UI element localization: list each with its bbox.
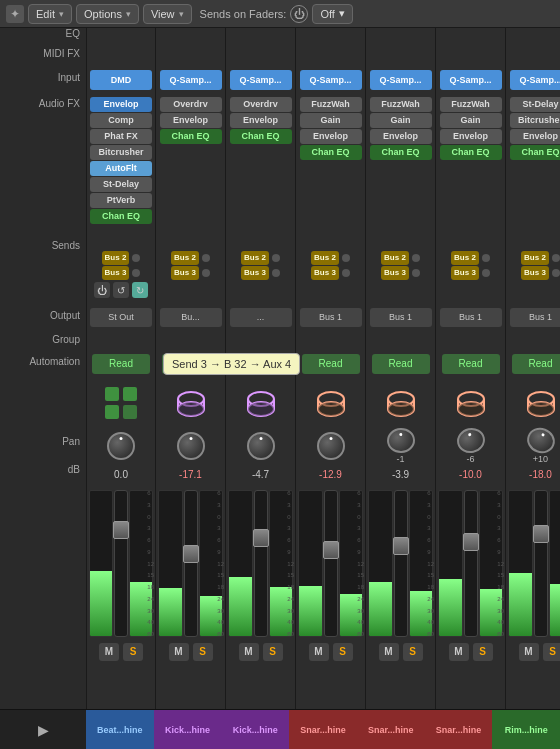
plugin-btn-beat-5[interactable]: St-Delay [90,177,152,192]
power-button[interactable]: ⏻ [290,5,308,23]
plugin-btn-snare2-3[interactable]: Chan EQ [440,145,502,160]
mute-button-kick3[interactable]: M [309,643,329,661]
output-btn-snare1[interactable]: Bus 1 [370,308,432,327]
pan-knob-kick2[interactable] [247,432,275,460]
fader-handle-kick3[interactable] [323,541,339,559]
fader-handle-kick1[interactable] [183,545,199,563]
fader-handle-kick2[interactable] [253,529,269,547]
pan-knob-snare1[interactable] [386,428,415,454]
automation-btn-snare2[interactable]: Read [442,354,500,374]
bus2-btn-kick2[interactable]: Bus 2 [241,251,269,265]
instrument-icon-kick3[interactable] [296,378,365,428]
instrument-icon-snare1[interactable] [366,378,435,428]
output-btn-snare2[interactable]: Bus 1 [440,308,502,327]
sends-cycle-beat[interactable]: ↻ [132,282,148,298]
pan-knob-rim[interactable] [523,424,558,457]
instrument-icon-rim[interactable] [506,378,560,428]
automation-btn-rim[interactable]: Read [512,354,561,374]
plugin-btn-snare2-1[interactable]: Gain [440,113,502,128]
bus2-btn-snare1[interactable]: Bus 2 [381,251,409,265]
fader-track-kick3[interactable] [324,490,338,637]
plugin-btn-snare2-0[interactable]: FuzzWah [440,97,502,112]
pan-knob-kick3[interactable] [317,432,345,460]
mute-button-kick1[interactable]: M [169,643,189,661]
output-btn-rim[interactable]: Bus 1 [510,308,561,327]
plugin-btn-kick1-2[interactable]: Chan EQ [160,129,222,144]
mute-button-rim[interactable]: M [519,643,539,661]
plugin-btn-kick2-0[interactable]: Overdrv [230,97,292,112]
plugin-btn-kick1-1[interactable]: Envelop [160,113,222,128]
solo-button-kick2[interactable]: S [263,643,283,661]
solo-button-rim[interactable]: S [543,643,561,661]
plugin-btn-snare1-1[interactable]: Gain [370,113,432,128]
track-name-kick1[interactable]: Kick...hine [154,710,222,749]
bus3-btn-snare2[interactable]: Bus 3 [451,266,479,280]
bus2-btn-beat[interactable]: Bus 2 [102,251,130,265]
fader-track-rim[interactable] [534,490,548,637]
output-btn-beat[interactable]: St Out [90,308,152,327]
instrument-icon-kick1[interactable] [156,378,225,428]
plugin-btn-kick2-1[interactable]: Envelop [230,113,292,128]
play-button[interactable]: ▶ [35,722,51,738]
fader-handle-beat[interactable] [113,521,129,539]
input-button-rim[interactable]: Q-Samp... [510,70,561,90]
bus3-btn-kick2[interactable]: Bus 3 [241,266,269,280]
sends-off-dropdown[interactable]: Off ▾ [312,4,352,24]
mute-button-beat[interactable]: M [99,643,119,661]
fader-handle-snare2[interactable] [463,533,479,551]
mute-button-kick2[interactable]: M [239,643,259,661]
pan-knob-beat[interactable] [107,432,135,460]
bus2-btn-kick1[interactable]: Bus 2 [171,251,199,265]
instrument-icon-snare2[interactable] [436,378,505,428]
plugin-btn-kick3-1[interactable]: Gain [300,113,362,128]
bus3-btn-kick3[interactable]: Bus 3 [311,266,339,280]
automation-btn-kick1[interactable]: Read [162,354,220,374]
fader-track-snare2[interactable] [464,490,478,637]
instrument-icon-beat[interactable] [87,378,155,428]
solo-button-snare2[interactable]: S [473,643,493,661]
plugin-btn-snare1-2[interactable]: Envelop [370,129,432,144]
plugin-btn-rim-1[interactable]: Bitcrusher [510,113,561,128]
bus2-btn-rim[interactable]: Bus 2 [521,251,549,265]
track-name-kick2[interactable]: Kick...hine [221,710,289,749]
solo-button-kick1[interactable]: S [193,643,213,661]
bus2-btn-snare2[interactable]: Bus 2 [451,251,479,265]
input-button-snare1[interactable]: Q-Samp... [370,70,432,90]
pan-knob-kick1[interactable] [177,432,205,460]
plugin-btn-snare1-0[interactable]: FuzzWah [370,97,432,112]
input-button-kick3[interactable]: Q-Samp... [300,70,362,90]
plugin-btn-kick1-0[interactable]: Overdrv [160,97,222,112]
track-name-snare2[interactable]: Snar...hine [425,710,493,749]
automation-btn-kick3[interactable]: Read [302,354,360,374]
solo-button-snare1[interactable]: S [403,643,423,661]
solo-button-beat[interactable]: S [123,643,143,661]
sends-power-beat[interactable]: ⏻ [94,282,110,298]
track-name-beat[interactable]: Beat...hine [86,710,154,749]
output-btn-kick3[interactable]: Bus 1 [300,308,362,327]
sends-refresh-beat[interactable]: ↺ [113,282,129,298]
output-btn-kick1[interactable]: Bu... [160,308,222,327]
plugin-btn-beat-3[interactable]: Bitcrusher [90,145,152,160]
fader-track-kick2[interactable] [254,490,268,637]
automation-btn-kick2[interactable]: Read [232,354,290,374]
fader-track-beat[interactable] [114,490,128,637]
plugin-btn-kick3-0[interactable]: FuzzWah [300,97,362,112]
plugin-btn-beat-4[interactable]: AutoFlt [90,161,152,176]
plugin-btn-beat-6[interactable]: PtVerb [90,193,152,208]
bus3-btn-snare1[interactable]: Bus 3 [381,266,409,280]
plugin-btn-kick3-3[interactable]: Chan EQ [300,145,362,160]
input-button-snare2[interactable]: Q-Samp... [440,70,502,90]
plugin-btn-beat-0[interactable]: Envelop [90,97,152,112]
input-button-beat[interactable]: DMD [90,70,152,90]
plugin-btn-kick2-2[interactable]: Chan EQ [230,129,292,144]
automation-btn-snare1[interactable]: Read [372,354,430,374]
plugin-btn-beat-1[interactable]: Comp [90,113,152,128]
pan-knob-snare2[interactable] [454,425,487,455]
bus3-btn-kick1[interactable]: Bus 3 [171,266,199,280]
track-name-rim[interactable]: Rim...hine [492,710,560,749]
input-button-kick1[interactable]: Q-Samp... [160,70,222,90]
options-button[interactable]: Options ▾ [76,4,139,24]
fader-track-snare1[interactable] [394,490,408,637]
edit-button[interactable]: Edit ▾ [28,4,72,24]
mute-button-snare2[interactable]: M [449,643,469,661]
